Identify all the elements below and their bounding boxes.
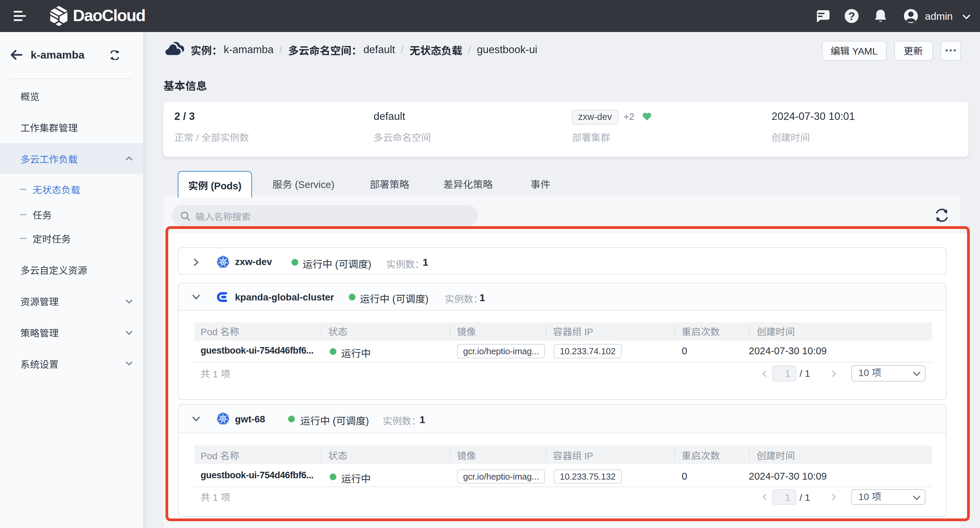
svg-text:?: ? [848,10,855,22]
